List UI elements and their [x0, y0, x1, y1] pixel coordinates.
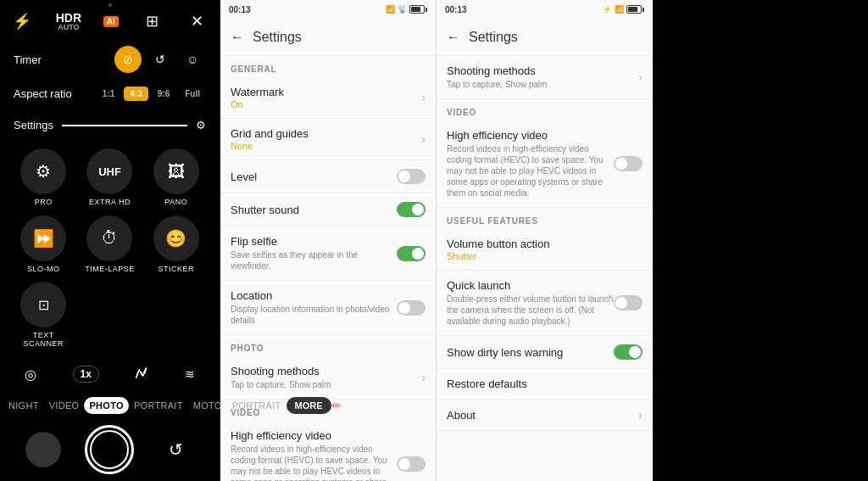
status-bar-left: 00:13 📶 📡 [220, 0, 436, 19]
setting-high-efficiency-video[interactable]: High efficiency video Record videos in h… [220, 421, 436, 481]
shutter-sound-toggle[interactable] [397, 202, 426, 217]
camera-panel: ⚡ HDR AUTO AI ⊞ ✕ Timer ⊘ ↺ ☺ Aspect rat… [0, 0, 220, 481]
tab-moto[interactable]: MOTO [188, 397, 227, 414]
section-general: GENERAL [220, 56, 436, 77]
setting-shutter-sound[interactable]: Shutter sound [220, 193, 436, 227]
mode-sticker[interactable]: 😊 STICKER [147, 215, 206, 276]
setting-watermark[interactable]: Watermark On › [220, 77, 436, 119]
focus-icon[interactable]: ◎ [25, 366, 36, 383]
settings-gear-icon[interactable]: ⚙ [196, 119, 206, 131]
hev-right-title: High efficiency video [447, 129, 614, 142]
mode-pro[interactable]: ⚙ PRO [14, 148, 73, 209]
aspect-1-1[interactable]: 1:1 [97, 87, 120, 101]
mode-pano[interactable]: 🖼 PANO [147, 148, 206, 209]
setting-grid[interactable]: Grid and guides None › [220, 119, 436, 160]
mode-textscanner-icon: ⊡ [20, 282, 66, 327]
hev-right-toggle[interactable] [614, 156, 643, 171]
setting-shooting-methods-right[interactable]: Shooting methods Tap to capture, Show pa… [437, 56, 653, 99]
timer-3s-icon[interactable]: ↺ [147, 46, 174, 73]
back-button-left[interactable]: ← [231, 30, 244, 45]
watermark-chevron: › [421, 91, 426, 104]
setting-volume-action[interactable]: Volume button action Shutter [437, 229, 653, 271]
timer-face-icon[interactable]: ☺ [179, 46, 206, 73]
camera-mode-tabs: NIGHT VIDEO PHOTO PORTRAIT MOTO PORTRAIT… [0, 389, 220, 422]
flip-selfie-sub: Save selfies as they appear in the viewf… [231, 249, 397, 271]
zoom-badge[interactable]: 1x [73, 366, 99, 383]
dirty-lens-title: Show dirty lens warning [447, 346, 614, 359]
battery-right [626, 5, 644, 14]
quick-launch-sub: Double-press either volume button to lau… [447, 294, 614, 327]
setting-restore-defaults[interactable]: Restore defaults [437, 369, 653, 400]
tab-night[interactable]: NIGHT [3, 397, 44, 414]
shutter-button[interactable] [85, 425, 134, 474]
setting-level[interactable]: Level [220, 160, 436, 193]
back-button-right[interactable]: ← [447, 30, 460, 45]
mode-timelapse-label: TIME-LAPSE [85, 265, 135, 273]
settings-scroll-right: Shooting methods Tap to capture, Show pa… [437, 56, 653, 481]
flip-camera-button[interactable]: ↺ [159, 432, 194, 467]
status-bar-right: 00:13 ⚡ 📶 [437, 0, 653, 19]
mode-slomo[interactable]: ⏩ SLO-MO [14, 215, 73, 276]
aspect-label: Aspect ratio [14, 87, 72, 100]
shooting-methods-right-chevron: › [638, 70, 643, 84]
mode-sticker-label: STICKER [159, 265, 195, 273]
mode-extrahd-icon: UHF [86, 148, 132, 194]
shooting-methods-photo-chevron: › [421, 371, 426, 384]
about-title: About [447, 409, 638, 422]
setting-quick-launch[interactable]: Quick launch Double-press either volume … [437, 271, 653, 336]
settings-panel-right: 00:13 ⚡ 📶 ← Settings Shooting methods Ta… [437, 0, 653, 481]
aspect-ratio-row: Aspect ratio 1:1 4:3 9:6 Full [0, 76, 220, 110]
settings-label[interactable]: Settings [14, 119, 53, 131]
tab-photo[interactable]: PHOTO [84, 397, 128, 414]
settings-scroll-left: GENERAL Watermark On › Grid and guides N… [220, 56, 436, 481]
edit-icon[interactable]: ✏ [331, 399, 342, 412]
setting-dirty-lens[interactable]: Show dirty lens warning [437, 336, 653, 369]
torch-icon[interactable]: 🗲 [135, 366, 148, 382]
close-icon[interactable]: ✕ [186, 12, 209, 31]
gallery-thumbnail[interactable] [25, 432, 61, 467]
timer-row: Timer ⊘ ↺ ☺ [0, 42, 220, 76]
grid-title: Grid and guides [231, 127, 421, 140]
tab-more[interactable]: MORE [287, 397, 331, 414]
grid-icon[interactable]: ⊞ [140, 12, 164, 31]
tab-portrait[interactable]: PORTRAIT [129, 397, 188, 414]
high-efficiency-video-toggle[interactable] [397, 456, 426, 472]
setting-hev-right[interactable]: High efficiency video Record videos in h… [437, 120, 653, 208]
aspect-9-6[interactable]: 9:6 [152, 87, 175, 101]
location-sub: Display location information in photo/vi… [231, 304, 397, 326]
tab-portrait2[interactable]: PORTRAIT [227, 397, 287, 414]
section-video-right: VIDEO [437, 99, 653, 120]
setting-shooting-methods-photo[interactable]: Shooting methods Tap to capture, Show pa… [220, 356, 436, 400]
divider [62, 125, 187, 126]
status-time-right: 00:13 [445, 5, 467, 14]
aspect-4-3[interactable]: 4:3 [124, 87, 147, 101]
watermark-value: On [231, 99, 421, 109]
quick-launch-toggle[interactable] [614, 295, 643, 310]
timer-off-icon[interactable]: ⊘ [114, 46, 142, 73]
dirty-lens-toggle[interactable] [614, 344, 643, 360]
location-toggle[interactable] [397, 300, 426, 316]
mode-extrahd[interactable]: UHF EXTRA HD [80, 148, 139, 209]
setting-flip-selfie[interactable]: Flip selfie Save selfies as they appear … [220, 227, 436, 281]
section-useful-features: USEFUL FEATURES [437, 208, 653, 229]
camera-shutter-row: ↺ [0, 422, 220, 481]
flip-selfie-toggle[interactable] [397, 246, 426, 261]
mode-timelapse[interactable]: ⏱ TIME-LAPSE [80, 215, 139, 276]
mode-pro-icon: ⚙ [20, 148, 66, 194]
setting-about[interactable]: About › [437, 400, 653, 431]
mode-timelapse-icon: ⏱ [86, 215, 132, 261]
setting-location[interactable]: Location Display location information in… [220, 281, 436, 335]
mode-textscanner[interactable]: ⊡ TEXT SCANNER [14, 282, 73, 350]
shooting-methods-photo-title: Shooting methods [231, 365, 421, 378]
settings-row: Settings ⚙ [0, 110, 220, 140]
level-toggle[interactable] [397, 169, 426, 184]
filter-icon[interactable]: ≋ [185, 367, 195, 381]
ai-badge: AI [103, 16, 119, 27]
high-efficiency-video-title: High efficiency video [231, 429, 397, 442]
volume-action-value: Shutter [447, 251, 643, 261]
hev-right-sub: Record videos in high-efficiency video c… [447, 143, 614, 199]
aspect-full[interactable]: Full [179, 87, 206, 101]
flash-icon[interactable]: ⚡ [10, 12, 34, 31]
hdr-sub: AUTO [58, 24, 79, 31]
tab-video[interactable]: VIDEO [44, 397, 85, 414]
